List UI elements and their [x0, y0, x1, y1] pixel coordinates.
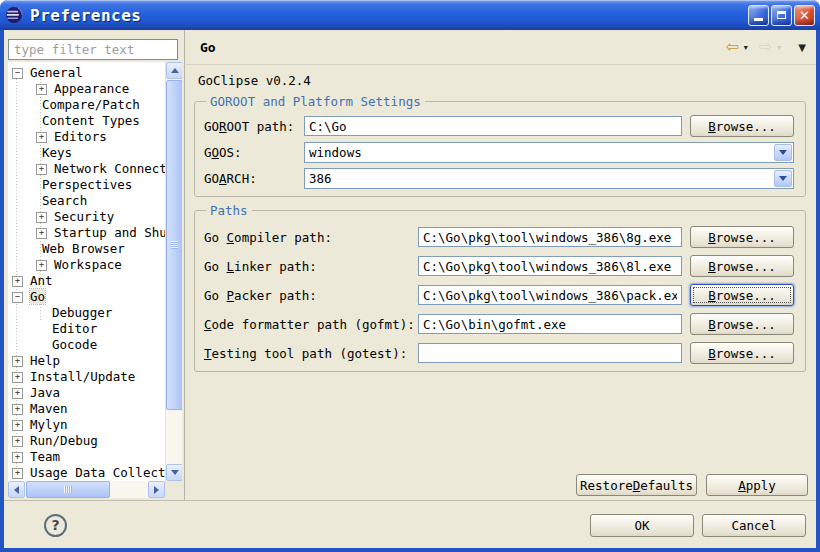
tree-item-appearance[interactable]: +Appearance — [8, 81, 165, 97]
expand-icon[interactable]: + — [12, 468, 23, 479]
browse-gotest-button[interactable]: Browse... — [690, 342, 794, 364]
help-button[interactable]: ? — [44, 514, 67, 537]
page-header: Go ⇦ ▾ ⇨ ▾ ▼ — [186, 30, 816, 65]
group-legend: Paths — [206, 203, 252, 218]
close-button[interactable]: ✕ — [794, 5, 815, 26]
forward-icon: ⇨ — [759, 39, 772, 55]
tree-item-usage-data-collector[interactable]: +Usage Data Collect — [8, 465, 165, 481]
minimize-button[interactable] — [748, 5, 769, 26]
collapse-icon[interactable]: − — [12, 68, 23, 79]
goarch-label: GOARCH: — [204, 171, 304, 186]
tree-item-compare-patch[interactable]: Compare/Patch — [8, 97, 165, 113]
goarch-select[interactable]: 386 — [304, 168, 794, 189]
tree-item-java[interactable]: +Java — [8, 385, 165, 401]
tree-item-maven[interactable]: +Maven — [8, 401, 165, 417]
gofmt-path-field[interactable] — [418, 314, 682, 334]
restore-defaults-button[interactable]: Restore Defaults — [576, 474, 697, 496]
dropdown-button[interactable] — [774, 170, 792, 187]
tree-item-mylyn[interactable]: +Mylyn — [8, 417, 165, 433]
tree-item-go[interactable]: −Go — [8, 289, 165, 305]
expand-icon[interactable]: + — [12, 276, 23, 287]
tree-item-network-connections[interactable]: +Network Connect — [8, 161, 165, 177]
tree-item-content-types[interactable]: Content Types — [8, 113, 165, 129]
tree-item-ant[interactable]: +Ant — [8, 273, 165, 289]
linker-path-field[interactable] — [418, 256, 682, 276]
tree-item-startup-shutdown[interactable]: +Startup and Shu — [8, 225, 165, 241]
tree-item-keys[interactable]: Keys — [8, 145, 165, 161]
tree-horizontal-scrollbar[interactable] — [8, 481, 165, 498]
tree-item-search[interactable]: Search — [8, 193, 165, 209]
expand-icon[interactable]: + — [12, 356, 23, 367]
tree-item-perspectives[interactable]: Perspectives — [8, 177, 165, 193]
apply-button[interactable]: Apply — [706, 474, 808, 496]
tree-item-security[interactable]: +Security — [8, 209, 165, 225]
tree-item-team[interactable]: +Team — [8, 449, 165, 465]
browse-packer-button[interactable]: Browse... — [690, 284, 794, 306]
expand-icon[interactable]: + — [36, 84, 47, 95]
gofmt-path-row: Code formatter path (gofmt): Browse... — [204, 313, 797, 335]
tree-item-workspace[interactable]: +Workspace — [8, 257, 165, 273]
group-legend: GOROOT and Platform Settings — [206, 94, 425, 109]
goroot-path-field[interactable] — [304, 116, 682, 136]
browse-gofmt-button[interactable]: Browse... — [690, 313, 794, 335]
tree-item-editors[interactable]: +Editors — [8, 129, 165, 145]
cancel-button[interactable]: Cancel — [702, 514, 806, 537]
minimize-icon — [754, 18, 763, 21]
scroll-down-button[interactable] — [166, 464, 182, 481]
browse-compiler-button[interactable]: Browse... — [690, 226, 794, 248]
gotest-path-field[interactable] — [418, 343, 682, 363]
expand-icon[interactable]: + — [36, 164, 47, 175]
scroll-up-button[interactable] — [166, 62, 182, 79]
tree-item-web-browser[interactable]: Web Browser — [8, 241, 165, 257]
tree-item-help[interactable]: +Help — [8, 353, 165, 369]
scroll-left-button[interactable] — [8, 481, 25, 498]
expand-icon[interactable]: + — [12, 436, 23, 447]
linker-path-row: Go Linker path: Browse... — [204, 255, 797, 277]
expand-icon[interactable]: + — [12, 404, 23, 415]
expand-icon[interactable]: + — [36, 132, 47, 143]
tree-item-general[interactable]: −General — [8, 65, 165, 81]
back-icon[interactable]: ⇦ — [725, 39, 738, 55]
tree-item-go-editor[interactable]: Editor — [8, 321, 165, 337]
tree-item-go-debugger[interactable]: Debugger — [8, 305, 165, 321]
expand-icon[interactable]: + — [36, 260, 47, 271]
expand-icon[interactable]: + — [36, 228, 47, 239]
view-menu-icon[interactable]: ▼ — [798, 42, 806, 53]
expand-icon[interactable]: + — [12, 420, 23, 431]
collapse-icon[interactable]: − — [12, 292, 23, 303]
gotest-path-label: Testing tool path (gotest): — [204, 346, 418, 361]
compiler-path-row: Go Compiler path: Browse... — [204, 226, 797, 248]
preference-page: Go ⇦ ▾ ⇨ ▾ ▼ GoClipse v0.2.4 GOROOT and … — [186, 30, 816, 500]
tree-item-run-debug[interactable]: +Run/Debug — [8, 433, 165, 449]
goroot-platform-group: GOROOT and Platform Settings GOROOT path… — [194, 94, 806, 197]
page-body: GoClipse v0.2.4 GOROOT and Platform Sett… — [186, 65, 816, 500]
expand-icon[interactable]: + — [12, 372, 23, 383]
packer-path-field[interactable] — [418, 285, 682, 305]
compiler-path-field[interactable] — [418, 227, 682, 247]
expand-icon[interactable]: + — [12, 388, 23, 399]
paths-group: Paths Go Compiler path: Browse... Go Lin… — [194, 203, 806, 372]
tree-item-install-update[interactable]: +Install/Update — [8, 369, 165, 385]
preferences-tree: −General +Appearance Compare/Patch Conte… — [8, 62, 182, 498]
ok-button[interactable]: OK — [590, 514, 694, 537]
dropdown-button[interactable] — [774, 144, 792, 161]
packer-path-row: Go Packer path: Browse... — [204, 284, 797, 306]
horizontal-scroll-thumb[interactable] — [26, 481, 110, 498]
dialog-buttons: OK Cancel — [590, 514, 816, 537]
tree-item-go-gocode[interactable]: Gocode — [8, 337, 165, 353]
back-menu-caret-icon[interactable]: ▾ — [744, 43, 748, 52]
browse-goroot-button[interactable]: Browse... — [690, 115, 794, 137]
arrow-down-icon — [171, 470, 179, 475]
page-title: Go — [200, 40, 216, 55]
scroll-right-button[interactable] — [148, 481, 165, 498]
titlebar[interactable]: Preferences ✕ — [0, 0, 820, 30]
browse-linker-button[interactable]: Browse... — [690, 255, 794, 277]
filter-input[interactable] — [8, 39, 178, 60]
expand-icon[interactable]: + — [12, 452, 23, 463]
expand-icon[interactable]: + — [36, 212, 47, 223]
tree-vertical-scrollbar[interactable] — [165, 62, 182, 481]
vertical-scroll-thumb[interactable] — [166, 80, 182, 410]
goos-selected-value: windows — [305, 143, 773, 162]
goos-select[interactable]: windows — [304, 142, 794, 163]
maximize-button[interactable] — [771, 5, 792, 26]
